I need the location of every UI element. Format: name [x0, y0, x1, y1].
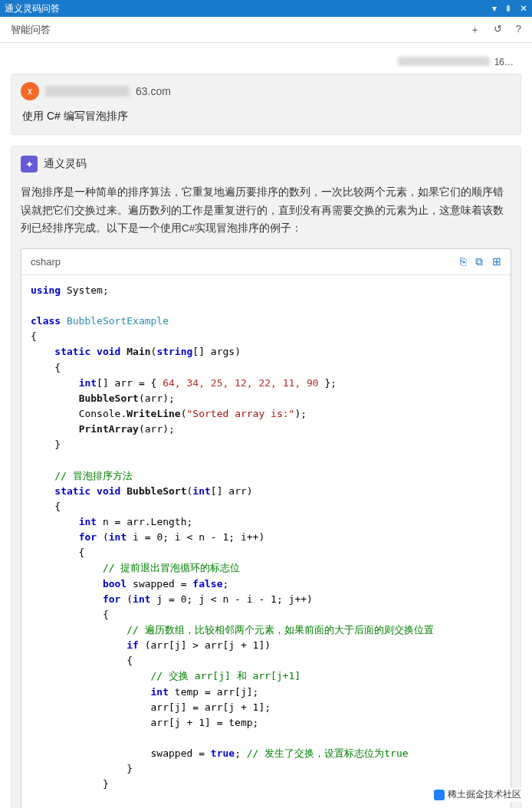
chat-content: 16… x 63.com 使用 C# 编写冒泡排序 ✦ 通义灵码 冒泡排序是一种…	[0, 43, 532, 808]
history-icon[interactable]: ↺	[494, 23, 502, 37]
user-header: x 63.com	[21, 82, 511, 100]
timestamp-row: 16…	[11, 54, 521, 74]
ai-message: ✦ 通义灵码 冒泡排序是一种简单的排序算法，它重复地遍历要排序的数列，一次比较两…	[11, 146, 521, 808]
avatar: x	[21, 82, 39, 100]
close-icon[interactable]: ✕	[520, 3, 527, 14]
code-actions: ⎘ ⧉ ⊞	[460, 255, 501, 268]
code-header: csharp ⎘ ⧉ ⊞	[21, 249, 511, 275]
user-prompt-text: 使用 C# 编写冒泡排序	[21, 110, 511, 123]
window-title: 通义灵码问答	[5, 2, 60, 15]
toolbar-actions: ＋ ↺ ?	[470, 23, 521, 37]
insert-code-icon[interactable]: ⎘	[460, 255, 466, 268]
code-block: csharp ⎘ ⧉ ⊞ using System; class BubbleS…	[21, 248, 511, 808]
watermark: 稀土掘金技术社区	[432, 787, 523, 802]
toolbar-title: 智能问答	[11, 23, 51, 37]
new-file-icon[interactable]: ⊞	[492, 255, 501, 268]
panel-toolbar: 智能问答 ＋ ↺ ?	[0, 17, 532, 43]
user-message: x 63.com 使用 C# 编写冒泡排序	[11, 74, 521, 135]
watermark-text: 稀土掘金技术社区	[448, 788, 521, 801]
pin-icon[interactable]: ⇟	[504, 3, 512, 14]
window-titlebar: 通义灵码问答 ▾ ⇟ ✕	[0, 0, 532, 17]
ai-logo-icon: ✦	[21, 156, 38, 172]
dropdown-icon[interactable]: ▾	[492, 3, 497, 14]
copy-code-icon[interactable]: ⧉	[475, 255, 483, 268]
timestamp-suffix: 16…	[494, 57, 514, 67]
code-body[interactable]: using System; class BubbleSortExample { …	[21, 275, 511, 808]
redacted-strip	[398, 57, 490, 66]
ai-explanation: 冒泡排序是一种简单的排序算法，它重复地遍历要排序的数列，一次比较两个元素，如果它…	[21, 183, 511, 238]
watermark-icon	[434, 790, 445, 800]
redacted-username	[45, 86, 130, 97]
new-chat-icon[interactable]: ＋	[470, 23, 480, 37]
help-icon[interactable]: ?	[516, 23, 521, 37]
ai-header: ✦ 通义灵码	[21, 156, 511, 172]
user-email-suffix: 63.com	[136, 85, 171, 97]
ai-name: 通义灵码	[44, 157, 87, 171]
code-language-label: csharp	[31, 256, 61, 268]
window-controls: ▾ ⇟ ✕	[492, 3, 527, 14]
